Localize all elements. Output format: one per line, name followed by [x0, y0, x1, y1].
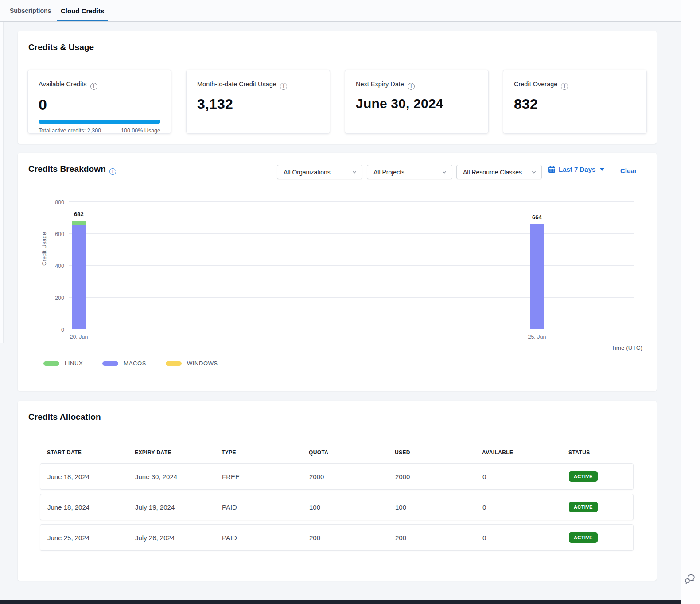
x-tick-label: 20. Jun [61, 334, 97, 340]
y-tick-label: 400 [48, 263, 64, 269]
usage-percent: 100.00% Usage [121, 128, 160, 134]
resource-classes-filter-select[interactable]: All Resource Classes [456, 165, 542, 179]
metric-card-available-credits: Available Creditsi 0 Total active credit… [27, 70, 171, 134]
credits-breakdown-title: Credits Breakdowni [28, 164, 116, 175]
chart-legend: LINUX MACOS WINDOWS [43, 360, 218, 367]
chart-bar-20-jun[interactable] [72, 221, 86, 329]
clear-filters-button[interactable]: Clear [620, 167, 637, 174]
y-tick-label: 200 [48, 295, 64, 301]
metric-card-credit-overage: Credit Overagei 832 [503, 70, 647, 134]
calendar-icon [548, 166, 556, 173]
credits-allocation-title: Credits Allocation [28, 412, 101, 422]
gridline [69, 233, 634, 234]
metric-value: 0 [39, 96, 160, 113]
caret-down-icon [600, 168, 604, 171]
x-tick-mark [537, 329, 537, 333]
metric-label: Month-to-date Credit Usagei [197, 81, 319, 90]
bar-segment-linux [72, 221, 86, 226]
metric-value: June 30, 2024 [356, 96, 478, 111]
legend-item-linux[interactable]: LINUX [43, 360, 83, 367]
legend-swatch-windows [166, 361, 182, 366]
x-axis-title: Time (UTC) [611, 345, 642, 351]
tab-subscriptions[interactable]: Subscriptions [10, 0, 51, 21]
left-panel-edge [0, 22, 4, 343]
col-quota: QUOTA [309, 449, 395, 456]
info-icon[interactable]: i [109, 168, 116, 175]
col-available: AVAILABLE [482, 449, 568, 456]
gridline [69, 329, 634, 329]
allocation-table-header: START DATE EXPIRY DATE TYPE QUOTA USED A… [40, 448, 634, 457]
credit-usage-chart-plot: 020040060080068220. Jun66425. Jun [69, 202, 634, 329]
active-tab-indicator [57, 20, 108, 21]
credits-allocation-section: Credits Allocation START DATE EXPIRY DAT… [18, 401, 657, 581]
col-expiry-date: EXPIRY DATE [135, 449, 222, 456]
col-used: USED [395, 449, 482, 456]
credits-usage-title: Credits & Usage [28, 43, 94, 52]
y-tick-label: 800 [48, 199, 64, 205]
chat-support-icon[interactable] [684, 573, 696, 585]
date-range-button[interactable]: Last 7 Days [548, 166, 604, 173]
projects-filter-select[interactable]: All Projects [367, 165, 452, 179]
metric-label: Credit Overagei [514, 81, 636, 90]
date-range-label: Last 7 Days [559, 166, 595, 173]
legend-item-macos[interactable]: MACOS [102, 360, 146, 367]
bar-segment-macos [72, 225, 86, 329]
status-badge: ACTIVE [569, 532, 598, 543]
y-tick-label: 0 [48, 327, 64, 333]
status-badge: ACTIVE [569, 471, 598, 482]
legend-swatch-macos [102, 361, 118, 366]
col-type: TYPE [222, 449, 309, 456]
resource-classes-filter-value: All Resource Classes [463, 169, 522, 176]
info-icon[interactable]: i [561, 83, 568, 90]
progress-fill [39, 120, 160, 124]
y-axis-title: Credit Usage [41, 204, 47, 266]
credits-usage-progress-bar [39, 120, 160, 124]
tab-cloud-credits-label: Cloud Credits [61, 7, 104, 15]
status-badge: ACTIVE [569, 502, 598, 512]
metric-value: 3,132 [197, 96, 319, 112]
x-tick-mark [79, 329, 79, 333]
info-icon[interactable]: i [90, 83, 97, 90]
organizations-filter-select[interactable]: All Organizations [277, 165, 362, 179]
chart-bar-25-jun[interactable] [530, 224, 544, 329]
info-icon[interactable]: i [408, 83, 415, 90]
metric-label: Next Expiry Datei [356, 81, 478, 90]
legend-item-windows[interactable]: WINDOWS [166, 360, 218, 367]
bottom-edge-bar [0, 600, 681, 604]
info-icon[interactable]: i [280, 83, 287, 90]
gridline [69, 297, 634, 298]
metric-value: 832 [514, 96, 636, 112]
allocation-row: June 18, 2024 July 19, 2024 PAID 100 100… [40, 494, 634, 520]
gridline [69, 201, 634, 202]
bar-total-label: 682 [66, 211, 92, 217]
bar-segment-macos [530, 224, 544, 329]
bar-total-label: 664 [524, 214, 550, 221]
chevron-down-icon [532, 170, 536, 174]
x-tick-label: 25. Jun [519, 334, 555, 340]
total-active-credits: Total active credits: 2,300 [39, 128, 101, 134]
col-status: STATUS [568, 449, 634, 456]
legend-swatch-linux [43, 361, 59, 366]
right-panel [681, 0, 700, 604]
metric-label: Available Creditsi [39, 81, 160, 90]
chevron-down-icon [442, 170, 447, 174]
projects-filter-value: All Projects [373, 169, 404, 176]
metric-card-next-expiry: Next Expiry Datei June 30, 2024 [345, 70, 489, 134]
allocation-row: June 18, 2024 June 30, 2024 FREE 2000 20… [40, 463, 634, 490]
organizations-filter-value: All Organizations [284, 169, 331, 176]
gridline [69, 265, 634, 266]
tab-bar: Subscriptions Cloud Credits [0, 0, 681, 22]
y-tick-label: 600 [48, 231, 64, 237]
chevron-down-icon [352, 170, 357, 174]
metric-card-mtd-usage: Month-to-date Credit Usagei 3,132 [186, 70, 330, 134]
col-start-date: START DATE [47, 449, 135, 456]
credits-breakdown-section: Credits Breakdowni All Organizations All… [18, 153, 657, 391]
allocation-row: June 25, 2024 July 26, 2024 PAID 200 200… [40, 524, 634, 551]
credits-usage-section: Credits & Usage Available Creditsi 0 Tot… [18, 31, 657, 144]
tab-cloud-credits[interactable]: Cloud Credits [57, 0, 108, 21]
